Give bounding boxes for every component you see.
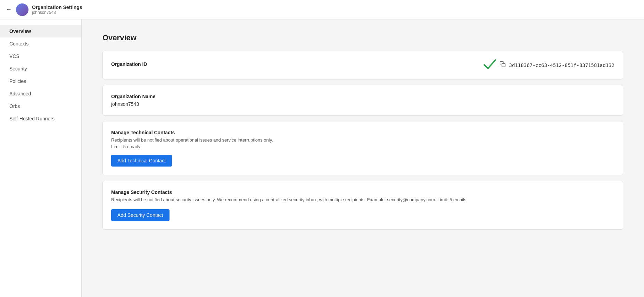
header-subtitle: johnson7543 xyxy=(32,10,82,15)
org-id-row: Organization ID 3d118367-cc63-4512-851f- xyxy=(111,59,614,71)
top-header: ← Organization Settings johnson7543 xyxy=(0,0,644,19)
sidebar-item-self-hosted-runners[interactable]: Self-Hosted Runners xyxy=(0,112,81,125)
header-info: Organization Settings johnson7543 xyxy=(32,5,82,15)
sidebar-item-overview[interactable]: Overview xyxy=(0,25,81,37)
sidebar-item-vcs[interactable]: VCS xyxy=(0,50,81,62)
main-content: Overview Organization ID xyxy=(82,19,644,297)
sidebar-item-advanced[interactable]: Advanced xyxy=(0,87,81,100)
security-contacts-description: Recipients will be notified about securi… xyxy=(111,197,614,202)
add-security-contact-button[interactable]: Add Security Contact xyxy=(111,209,170,221)
svg-rect-0 xyxy=(502,63,505,67)
back-button[interactable]: ← xyxy=(6,6,12,13)
org-name-label: Organization Name xyxy=(111,94,614,99)
sidebar-item-contexts[interactable]: Contexts xyxy=(0,37,81,50)
technical-contacts-title: Manage Technical Contacts xyxy=(111,130,614,135)
org-name-card: Organization Name johnson7543 xyxy=(102,85,623,116)
org-avatar xyxy=(16,3,28,16)
technical-contacts-limit: Limit: 5 emails xyxy=(111,144,614,149)
layout: Overview Contexts VCS Security Policies … xyxy=(0,19,644,297)
org-id-right: 3d118367-cc63-4512-851f-8371581ad132 xyxy=(484,59,614,71)
header-title: Organization Settings xyxy=(32,5,82,10)
security-contacts-title: Manage Security Contacts xyxy=(111,189,614,195)
technical-contacts-card: Manage Technical Contacts Recipients wil… xyxy=(102,121,623,175)
add-technical-contact-button[interactable]: Add Technical Contact xyxy=(111,155,172,167)
copied-checkmark-icon xyxy=(484,59,496,71)
sidebar-item-policies[interactable]: Policies xyxy=(0,75,81,87)
page-title: Overview xyxy=(102,33,623,42)
org-id-card: Organization ID 3d118367-cc63-4512-851f- xyxy=(102,51,623,79)
sidebar-item-security[interactable]: Security xyxy=(0,62,81,75)
sidebar: Overview Contexts VCS Security Policies … xyxy=(0,19,82,297)
org-id-value: 3d118367-cc63-4512-851f-8371581ad132 xyxy=(509,62,614,68)
technical-contacts-description: Recipients will be notified about operat… xyxy=(111,137,614,143)
security-contacts-card: Manage Security Contacts Recipients will… xyxy=(102,181,623,230)
avatar-image xyxy=(16,3,28,16)
sidebar-item-orbs[interactable]: Orbs xyxy=(0,100,81,112)
org-name-value: johnson7543 xyxy=(111,101,614,107)
copy-icon[interactable] xyxy=(499,61,506,69)
org-id-label: Organization ID xyxy=(111,61,147,67)
